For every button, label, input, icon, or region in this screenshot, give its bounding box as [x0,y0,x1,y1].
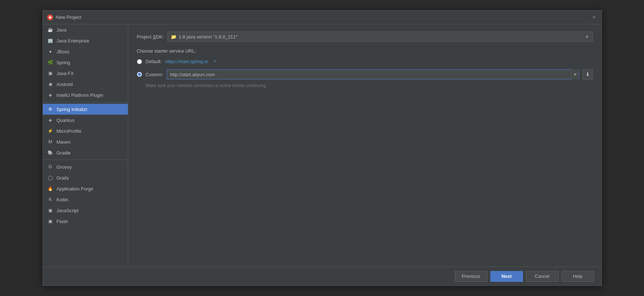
hint-text: Make sure your network connection is act… [137,83,593,88]
javascript-icon: ▣ [47,207,54,214]
java-enterprise-icon: 🏢 [47,37,54,44]
sidebar-label-java: Java [57,27,66,33]
folder-icon: 📁 [171,34,177,40]
cancel-button[interactable]: Cancel [526,271,559,282]
flash-icon: ▣ [47,218,54,225]
groovy-icon: G [47,164,54,170]
sidebar-item-java[interactable]: ☕Java [43,24,128,35]
sdk-label: Project SDK: [137,34,164,40]
sidebar-item-flash[interactable]: ▣Flash [43,216,128,227]
sdk-dropdown[interactable]: 📁 1.8 java version "1.8.0_211" ▼ [167,32,593,42]
sidebar-label-quarkus: Quarkus [57,118,74,123]
url-section: Choose starter service URL: Default: htt… [137,48,593,88]
sidebar-item-quarkus[interactable]: ◈Quarkus [43,115,128,126]
sidebar-label-spring: Spring [57,60,70,65]
jboss-icon: ● [47,48,54,55]
microprofile-icon: ⚡ [47,128,54,134]
sidebar-item-gradle[interactable]: 🐘Gradle [43,147,128,158]
sidebar-label-intellij-plugin: IntelliJ Platform Plugin [57,92,104,98]
gradle-icon: 🐘 [47,149,54,156]
sidebar: ☕Java🏢Java Enterprise●JBoss🌿Spring▣Java … [43,24,128,267]
sidebar-item-spring-initializr[interactable]: ⚙Spring Initializr [43,104,128,115]
sidebar-item-spring[interactable]: 🌿Spring [43,57,128,68]
sidebar-label-jboss: JBoss [57,49,69,54]
sidebar-divider-2 [43,160,128,160]
quarkus-icon: ◈ [47,117,54,123]
android-icon: ◉ [47,81,54,87]
sidebar-label-javafx: Java FX [57,71,74,76]
spring-initializr-icon: ⚙ [47,106,54,112]
custom-url-dropdown-button[interactable]: ▼ [571,69,579,79]
spring-icon: 🌿 [47,59,54,66]
sidebar-item-groovy[interactable]: GGroovy [43,161,128,172]
sdk-value: 1.8 java version "1.8.0_211" [179,34,238,40]
main-content: Project SDK: 📁 1.8 java version "1.8.0_2… [128,24,602,267]
custom-label: Custom: [146,72,163,77]
sidebar-item-intellij-plugin[interactable]: ◈IntelliJ Platform Plugin [43,90,128,100]
kotlin-icon: K [47,196,54,203]
sidebar-label-kotlin: Kotlin [57,197,69,202]
close-button[interactable]: × [591,15,597,20]
java-icon: ☕ [47,26,54,33]
sidebar-divider [43,102,128,102]
custom-radio-row: Custom: ▼ ⬇ [137,69,593,79]
application-forge-icon: 🔥 [47,185,54,192]
sidebar-item-android[interactable]: ◉Android [43,79,128,90]
default-url-link[interactable]: https://start.spring.io [165,59,208,64]
sidebar-label-spring-initializr: Spring Initializr [57,107,88,112]
sidebar-item-application-forge[interactable]: 🔥Application Forge [43,183,128,194]
sidebar-item-microprofile[interactable]: ⚡MicroProfile [43,126,128,136]
chevron-down-icon: ▼ [585,34,590,40]
sidebar-item-maven[interactable]: MMaven [43,136,128,147]
sidebar-label-groovy: Groovy [57,164,72,170]
custom-radio[interactable] [137,72,142,77]
next-button[interactable]: Next [490,271,523,282]
grails-icon: ◯ [47,174,54,181]
sidebar-item-kotlin[interactable]: KKotlin [43,194,128,205]
sidebar-label-java-enterprise: Java Enterprise [57,38,89,44]
sidebar-item-javascript[interactable]: ▣JavaScript [43,205,128,216]
default-radio-row: Default: https://start.spring.io ↗ [137,59,593,64]
content-area: ☕Java🏢Java Enterprise●JBoss🌿Spring▣Java … [43,24,602,267]
sidebar-item-java-enterprise[interactable]: 🏢Java Enterprise [43,35,128,46]
custom-url-input[interactable] [167,70,571,79]
sidebar-label-flash: Flash [57,219,68,224]
default-radio[interactable] [137,59,142,64]
title-bar: ◈ New Project × [43,11,602,24]
help-button[interactable]: Help [562,271,594,282]
sdk-row: Project SDK: 📁 1.8 java version "1.8.0_2… [137,32,593,42]
dialog-title: New Project [56,15,591,20]
sidebar-label-gradle: Gradle [57,150,71,156]
radio-group: Default: https://start.spring.io ↗ Custo… [137,59,593,79]
sidebar-label-microprofile: MicroProfile [57,128,82,134]
custom-url-input-wrap: ▼ [167,69,579,79]
sidebar-label-javascript: JavaScript [57,208,79,213]
sidebar-label-application-forge: Application Forge [57,186,93,192]
sidebar-item-jboss[interactable]: ●JBoss [43,46,128,57]
sidebar-label-grails: Grails [57,175,69,181]
sidebar-item-grails[interactable]: ◯Grails [43,172,128,183]
refresh-url-button[interactable]: ⬇ [583,69,593,79]
custom-url-row: ▼ ⬇ [167,69,593,79]
intellij-plugin-icon: ◈ [47,92,54,98]
url-section-label: Choose starter service URL: [137,48,593,54]
external-link-icon: ↗ [213,59,216,64]
footer: Previous Next Cancel Help [43,267,602,285]
default-label: Default: [146,59,162,64]
previous-button[interactable]: Previous [455,271,487,282]
sidebar-item-javafx[interactable]: ▣Java FX [43,68,128,79]
sidebar-label-maven: Maven [57,139,71,145]
new-project-dialog: ◈ New Project × ☕Java🏢Java Enterprise●JB… [42,10,602,286]
javafx-icon: ▣ [47,70,54,77]
app-icon: ◈ [47,15,53,20]
maven-icon: M [47,139,54,145]
sidebar-label-android: Android [57,82,73,87]
